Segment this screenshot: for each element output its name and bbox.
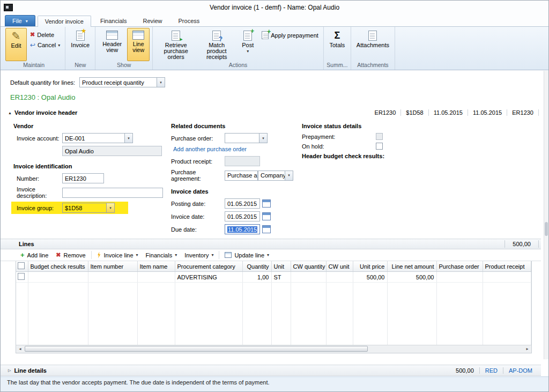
default-quantity-label: Default quantity for lines: bbox=[10, 79, 75, 86]
add-purchase-order-link[interactable]: Add another purchase order bbox=[173, 146, 305, 152]
window-title: Vendor invoice (1 - demf) - Name: Opal A… bbox=[1, 1, 548, 14]
invoice-account-label: Invoice account: bbox=[10, 135, 62, 142]
post-button[interactable]: + Post ▾ bbox=[237, 28, 258, 61]
cancel-button[interactable]: ↩ Cancel ▾ bbox=[28, 41, 62, 49]
totals-button[interactable]: Σ Totals bbox=[327, 28, 348, 61]
invoice-date-label: Invoice date: bbox=[171, 213, 225, 220]
default-quantity-select[interactable]: Product receipt quantity ▾ bbox=[79, 77, 165, 87]
inventory-menu-button[interactable]: Inventory ▾ bbox=[181, 251, 217, 260]
vendor-heading: Vendor bbox=[13, 123, 167, 129]
posting-date-field[interactable]: 01.05.2015 bbox=[225, 198, 260, 209]
tab-review[interactable]: Review bbox=[136, 16, 169, 26]
due-date-field[interactable]: 11.05.2015 bbox=[225, 224, 260, 234]
line-details-total: 500,00 bbox=[450, 367, 479, 374]
invoice-line-menu-button[interactable]: Invoice line ▾ bbox=[93, 251, 142, 260]
line-view-button[interactable]: Line view bbox=[127, 28, 150, 61]
horizontal-scrollbar[interactable]: ◂ ▸ bbox=[16, 345, 531, 353]
group-label-new: New bbox=[68, 61, 92, 70]
edit-button[interactable]: ✎ Edit bbox=[5, 28, 27, 61]
col-cw-unit[interactable]: CW unit bbox=[326, 261, 353, 272]
ribbon-group-new: ★ Invoice New bbox=[65, 27, 95, 70]
on-hold-checkbox[interactable] bbox=[376, 143, 383, 150]
col-item-name[interactable]: Item name bbox=[137, 261, 175, 272]
calendar-icon[interactable] bbox=[262, 212, 271, 220]
apply-prepayment-button[interactable]: + Apply prepayment bbox=[259, 31, 321, 40]
table-row[interactable]: ADVERTISING 1,00 ST 500,00 500,00 bbox=[16, 272, 531, 283]
calendar-icon[interactable] bbox=[262, 225, 271, 233]
expand-icon: ▷ bbox=[8, 368, 11, 373]
grid-empty-area bbox=[16, 283, 531, 345]
col-purchase-order[interactable]: Purchase order bbox=[436, 261, 483, 272]
record-title: ER1230 : Opal Audio bbox=[10, 93, 75, 101]
col-unit[interactable]: Unit bbox=[271, 261, 291, 272]
new-invoice-button[interactable]: ★ Invoice bbox=[68, 28, 92, 61]
summary-account: ER1230 bbox=[507, 109, 538, 116]
number-field[interactable]: ER1230 bbox=[62, 173, 104, 183]
col-cw-quantity[interactable]: CW quantity bbox=[291, 261, 326, 272]
row-checkbox[interactable] bbox=[18, 273, 25, 280]
line-details-currency[interactable]: RED bbox=[479, 367, 503, 374]
invoice-description-field[interactable] bbox=[62, 188, 163, 198]
attachments-icon bbox=[368, 31, 377, 41]
invoice-group-highlight: Invoice group: $1D58 ▾ bbox=[11, 202, 128, 214]
cell-cw-unit bbox=[326, 272, 353, 283]
col-item-number[interactable]: Item number bbox=[88, 261, 137, 272]
purchase-order-select[interactable]: ▾ bbox=[225, 133, 268, 143]
status-bar: The last day that the vendor accepts pay… bbox=[1, 376, 548, 391]
calendar-icon[interactable] bbox=[262, 199, 271, 208]
col-product-receipt[interactable]: Product receipt bbox=[483, 261, 531, 272]
financials-menu-button[interactable]: Financials ▾ bbox=[142, 251, 181, 260]
cell-line-net-amount: 500,00 bbox=[387, 272, 436, 283]
purchase-agreement-field[interactable]: Purchase a bbox=[225, 171, 258, 181]
section-header[interactable]: ▲ Vendor invoice header ER1230 $1D58 11.… bbox=[1, 107, 541, 118]
delete-button[interactable]: ✖ Delete bbox=[28, 31, 62, 39]
scrollbar-thumb[interactable] bbox=[25, 346, 368, 352]
on-hold-label: On hold: bbox=[302, 143, 376, 150]
cell-unit-price: 500,00 bbox=[353, 272, 387, 283]
summary-invoice-date: 11.05.2015 bbox=[428, 109, 468, 116]
green-plus-icon: + bbox=[20, 252, 25, 258]
vertical-scrollbar[interactable] bbox=[544, 71, 548, 359]
group-label-summary: Summ... bbox=[327, 61, 348, 70]
green-plus-icon: + bbox=[267, 29, 271, 34]
invoice-group-select[interactable]: $1D58 ▾ bbox=[62, 203, 115, 213]
add-line-button[interactable]: + Add line bbox=[17, 251, 52, 260]
tab-vendor-invoice[interactable]: Vendor invoice bbox=[38, 16, 91, 27]
budget-check-heading: Header budget check results: bbox=[302, 153, 452, 159]
lines-title: Lines bbox=[19, 241, 34, 247]
retrieve-purchase-orders-button[interactable]: ▸ Retrieve purchase orders bbox=[155, 28, 196, 61]
scroll-left-icon[interactable]: ◂ bbox=[16, 346, 24, 351]
tab-financials[interactable]: Financials bbox=[93, 16, 134, 26]
match-product-receipts-button[interactable]: ? Match product receipts bbox=[197, 28, 236, 61]
col-budget-check-results[interactable]: Budget check results bbox=[28, 261, 88, 272]
posting-date-label: Posting date: bbox=[171, 201, 225, 207]
file-menu-button[interactable]: File ▾ bbox=[5, 15, 35, 26]
line-details-terms[interactable]: AP-DOM bbox=[503, 367, 538, 374]
invoice-account-select[interactable]: DE-001 ▾ bbox=[62, 133, 133, 143]
select-all-checkbox[interactable] bbox=[18, 262, 25, 269]
titlebar: Vendor invoice (1 - demf) - Name: Opal A… bbox=[1, 1, 548, 14]
attachments-button[interactable]: Attachments bbox=[354, 28, 392, 61]
col-unit-price[interactable]: Unit price bbox=[353, 261, 387, 272]
col-quantity[interactable]: Quantity bbox=[242, 261, 271, 272]
chevron-down-icon: ▾ bbox=[211, 253, 213, 257]
scroll-right-icon[interactable]: ▸ bbox=[523, 346, 531, 351]
scrollbar-thumb[interactable] bbox=[545, 222, 548, 236]
invoice-identification-heading: Invoice identification bbox=[13, 163, 167, 169]
col-procurement-category[interactable]: Procurement category bbox=[175, 261, 242, 272]
chevron-down-icon: ▾ bbox=[259, 133, 268, 143]
summary-invoice-group: $1D58 bbox=[400, 109, 428, 116]
col-line-net-amount[interactable]: Line net amount bbox=[387, 261, 436, 272]
chevron-down-icon: ▾ bbox=[175, 253, 177, 257]
cell-item-number bbox=[88, 272, 137, 283]
ribbon-group-maintain: ✎ Edit ✖ Delete ↩ Cancel ▾ Maintain bbox=[3, 27, 65, 70]
green-arrow-icon: ▸ bbox=[180, 36, 183, 42]
line-details-bar[interactable]: ▷ Line details 500,00 RED AP-DOM bbox=[1, 365, 541, 376]
tab-process[interactable]: Process bbox=[172, 16, 207, 26]
header-view-button[interactable]: Header view bbox=[98, 28, 126, 61]
remove-line-button[interactable]: ✖ Remove bbox=[52, 250, 89, 260]
purchase-agreement-company-select[interactable]: Company ▾ bbox=[258, 171, 293, 181]
cell-budget-check-results bbox=[28, 272, 88, 283]
invoice-date-field[interactable]: 01.05.2015 bbox=[225, 211, 260, 221]
update-line-menu-button[interactable]: Update line ▾ bbox=[221, 251, 273, 260]
